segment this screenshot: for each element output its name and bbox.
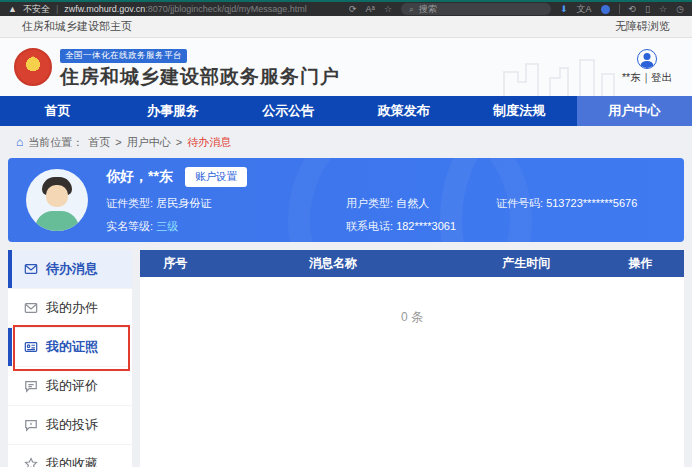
url-path: :8070/jjblogincheck/qjd/myMessage.html (145, 4, 307, 14)
user-type-field: 用户类型: 自然人 (346, 196, 496, 211)
user-info-card: 你好，**东 账户设置 证件类型: 居民身份证 用户类型: 自然人 证件号码: … (8, 158, 684, 242)
phone-field: 联系电话: 182****3061 (346, 219, 496, 234)
accessibility-link[interactable]: 无障碍浏览 (615, 19, 670, 34)
empty-count-text: 0 条 (140, 277, 684, 326)
sidebar-item-pending-messages[interactable]: 待办消息 (8, 250, 132, 289)
platform-badge: 全国一体化在线政务服务平台 (60, 49, 187, 63)
star-icon (24, 457, 38, 467)
favorite-star-icon[interactable]: ☆ (384, 4, 392, 14)
table-header-action: 操作 (597, 250, 684, 277)
nav-item-policy[interactable]: 政策发布 (346, 96, 461, 126)
sidebar-item-my-cases[interactable]: 我的办件 (8, 289, 132, 328)
comment-icon (24, 379, 38, 393)
refresh-icon[interactable]: ⟳ (349, 4, 357, 14)
table-header-time: 产生时间 (456, 250, 597, 277)
collections-icon[interactable]: ▯ (645, 4, 650, 14)
sidebar-item-label: 我的收藏 (46, 455, 98, 467)
skyline-decoration (502, 52, 622, 96)
messages-panel: 序号 消息名称 产生时间 操作 0 条 (140, 250, 684, 467)
user-center-sidebar: 待办消息 我的办件 我的证照 我的评价 我的投诉 (8, 250, 132, 467)
sidebar-item-my-certificates[interactable]: 我的证照 (8, 328, 132, 367)
page-tab-title: 住房和城乡建设部主页 (22, 19, 132, 34)
security-warning-label: 不安全 (23, 3, 50, 16)
sidebar-item-my-favorites[interactable]: 我的收藏 (8, 445, 132, 467)
font-size-icon[interactable]: Aᵃ (366, 4, 375, 14)
sidebar-item-label: 我的投诉 (46, 416, 98, 434)
downloads-icon[interactable]: ⬇ (560, 4, 568, 14)
breadcrumb-current: 待办消息 (187, 135, 231, 150)
toolbar-divider (619, 4, 620, 14)
breadcrumb-sep: > (176, 136, 182, 148)
message-icon (24, 262, 38, 276)
id-type-field: 证件类型: 居民身份证 (106, 196, 346, 211)
breadcrumb-prefix: 当前位置： (28, 135, 83, 150)
breadcrumb-home[interactable]: 首页 (88, 135, 110, 150)
nav-item-home[interactable]: 首页 (0, 96, 115, 126)
site-header: 全国一体化在线政务服务平台 住房和城乡建设部政务服务门户 **东｜登出 (0, 38, 692, 96)
table-header-name: 消息名称 (211, 250, 456, 277)
account-settings-button[interactable]: 账户设置 (185, 167, 247, 187)
breadcrumb-sep: > (115, 136, 121, 148)
id-number-field: 证件号码: 513723*******5676 (496, 196, 666, 211)
user-divider: ｜ (641, 71, 651, 83)
browser-search-box[interactable]: ⌕ 搜索 (401, 3, 551, 15)
search-icon: ⌕ (409, 4, 414, 15)
history-icon[interactable]: ⟲ (629, 4, 637, 14)
active-indicator-bar (8, 328, 12, 366)
portal-title: 住房和城乡建设部政务服务门户 (60, 64, 340, 90)
sidebar-item-label: 我的办件 (46, 299, 98, 317)
home-icon: ⌂ (16, 135, 23, 149)
security-warning-icon: ▲ (8, 4, 17, 14)
main-navigation: 首页 办事服务 公示公告 政策发布 制度法规 用户中心 (0, 96, 692, 126)
favorites-bar-icon[interactable]: ☆ (659, 4, 667, 14)
page-title-row: 住房和城乡建设部主页 无障碍浏览 (0, 16, 692, 38)
sidebar-item-my-reviews[interactable]: 我的评价 (8, 367, 132, 406)
browser-address-bar: ▲ 不安全 | zwfw.mohurd.gov.cn:8070/jjblogin… (0, 0, 692, 16)
translate-icon[interactable]: 文A (577, 3, 592, 16)
nav-item-announcements[interactable]: 公示公告 (231, 96, 346, 126)
table-header-index: 序号 (140, 250, 211, 277)
address-separator: | (56, 4, 58, 14)
active-indicator-bar (8, 250, 12, 288)
url-host: zwfw.mohurd.gov.cn (64, 4, 145, 14)
logout-link[interactable]: 登出 (651, 71, 672, 83)
document-icon (24, 301, 38, 315)
sidebar-item-label: 我的评价 (46, 377, 98, 395)
header-user-name: **东 (622, 71, 641, 83)
complaint-icon (24, 418, 38, 432)
nav-item-regulations[interactable]: 制度法规 (461, 96, 576, 126)
url-text[interactable]: zwfw.mohurd.gov.cn:8070/jjblogincheck/qj… (64, 4, 306, 14)
national-emblem-logo (14, 48, 52, 86)
breadcrumb-user-center[interactable]: 用户中心 (127, 135, 171, 150)
user-profile-avatar (26, 169, 88, 231)
search-placeholder: 搜索 (419, 3, 437, 16)
browser-profile-avatar[interactable] (601, 5, 610, 14)
user-greeting: 你好，**东 (106, 168, 173, 186)
sidebar-item-my-complaints[interactable]: 我的投诉 (8, 406, 132, 445)
sidebar-item-label: 待办消息 (46, 260, 98, 278)
messages-table: 序号 消息名称 产生时间 操作 (140, 250, 684, 277)
breadcrumb: ⌂ 当前位置： 首页 > 用户中心 > 待办消息 (0, 126, 692, 158)
id-card-icon (24, 340, 38, 354)
sidebar-item-label: 我的证照 (46, 338, 98, 356)
nav-item-user-center[interactable]: 用户中心 (577, 96, 692, 126)
recent-activity-icon[interactable]: ◷ (676, 4, 684, 14)
user-avatar-icon[interactable] (637, 49, 657, 69)
nav-item-services[interactable]: 办事服务 (115, 96, 230, 126)
realname-level-field: 实名等级: 三级 (106, 219, 346, 234)
